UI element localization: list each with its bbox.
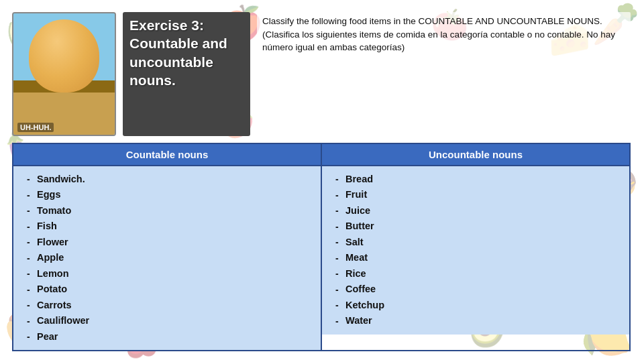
list-item: -Ketchup — [335, 298, 621, 313]
list-item: -Juice — [335, 203, 621, 219]
list-item: -Rice — [335, 266, 621, 282]
uncountable-body: -Bread -Fruit -Juice -Butter -Salt -Meat… — [322, 166, 629, 335]
countable-body: -Sandwich. -Eggs -Tomato -Fish -Flower -… — [13, 166, 321, 350]
list-item: -Fruit — [335, 187, 621, 202]
list-item: -Apple — [27, 250, 313, 265]
uh-huh-label: UH-HUH. — [17, 123, 54, 132]
list-item: -Bread — [335, 172, 621, 187]
list-item: -Butter — [335, 219, 621, 234]
countable-header: Countable nouns — [13, 144, 321, 166]
list-item: -Potato — [27, 282, 313, 297]
homer-image: UH-HUH. — [12, 12, 116, 136]
list-item: -Eggs — [27, 187, 313, 202]
list-item: -Fish — [27, 219, 313, 234]
list-item: -Meat — [335, 250, 621, 265]
list-item: -Carrots — [27, 298, 313, 313]
tables-wrapper: Countable nouns -Sandwich. -Eggs -Tomato… — [12, 143, 631, 351]
uncountable-header: Uncountable nouns — [322, 144, 629, 166]
list-item: -Sandwich. — [27, 172, 313, 187]
list-item: -Water — [335, 313, 621, 328]
exercise-title-line3: uncountable — [129, 53, 244, 71]
list-item: -Lemon — [27, 266, 313, 282]
uncountable-table: Uncountable nouns -Bread -Fruit -Juice -… — [322, 144, 629, 350]
exercise-title-line4: nouns. — [129, 71, 244, 89]
exercise-title-line1: Exercise 3: — [129, 16, 244, 34]
list-item: -Cauliflower — [27, 313, 313, 328]
list-item: -Tomato — [27, 203, 313, 219]
list-item: -Flower — [27, 235, 313, 250]
countable-table: Countable nouns -Sandwich. -Eggs -Tomato… — [13, 144, 322, 350]
exercise-heading: Exercise 3: Countable and uncountable no… — [123, 12, 250, 136]
list-item: -Coffee — [335, 282, 621, 297]
list-item: -Pear — [27, 329, 313, 345]
exercise-title-line2: Countable and — [129, 34, 244, 52]
tables-section: Countable nouns -Sandwich. -Eggs -Tomato… — [12, 143, 631, 351]
instructions-text: Classify the following food items in the… — [257, 12, 631, 136]
list-item: -Salt — [335, 235, 621, 250]
